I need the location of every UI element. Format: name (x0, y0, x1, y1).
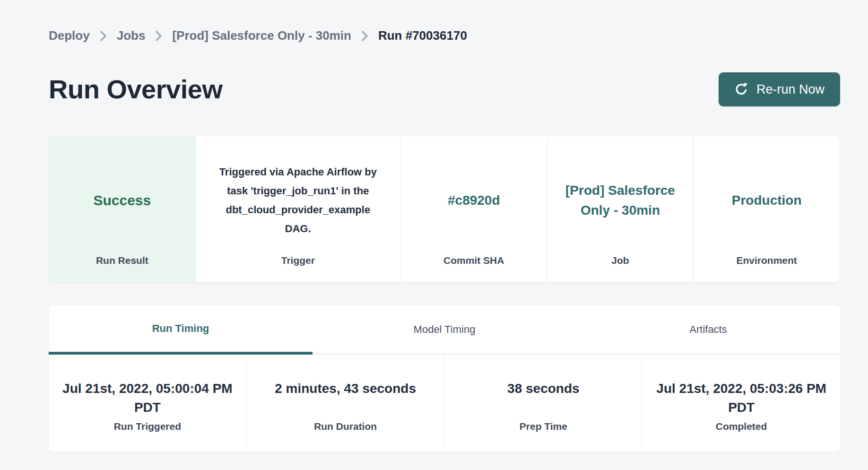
run-result-card: Success Run Result (49, 136, 195, 282)
run-result-value: Success (93, 192, 151, 209)
tab-artifacts[interactable]: Artifacts (576, 305, 840, 355)
breadcrumb-job-name[interactable]: [Prod] Salesforce Only - 30min (172, 28, 351, 43)
completed-cell: Jul 21st, 2022, 05:03:26 PM PDT Complete… (642, 355, 840, 452)
prep-time-cell: 38 seconds Prep Time (444, 355, 642, 452)
job-card: [Prod] Salesforce Only - 30min Job (547, 136, 694, 282)
chevron-right-icon (361, 30, 368, 42)
job-label: Job (611, 255, 629, 266)
completed-value: Jul 21st, 2022, 05:03:26 PM PDT (647, 379, 836, 417)
breadcrumb-deploy[interactable]: Deploy (49, 28, 90, 43)
page-header: Run Overview Re-run Now (49, 72, 840, 106)
environment-card: Production Environment (693, 136, 840, 282)
trigger-value: Triggered via Apache Airflow by task 'tr… (214, 163, 382, 238)
refresh-icon (734, 82, 748, 96)
run-triggered-value: Jul 21st, 2022, 05:00:04 PM PDT (53, 379, 242, 417)
run-overview-page: Deploy Jobs [Prod] Salesforce Only - 30m… (0, 0, 868, 452)
breadcrumb-jobs[interactable]: Jobs (117, 28, 146, 43)
breadcrumb-current-run: Run #70036170 (378, 28, 467, 43)
breadcrumb: Deploy Jobs [Prod] Salesforce Only - 30m… (49, 0, 840, 43)
prep-time-label: Prep Time (520, 421, 567, 432)
run-duration-label: Run Duration (314, 421, 377, 432)
run-details-tabs: Run Timing Model Timing Artifacts (49, 305, 840, 355)
run-duration-cell: 2 minutes, 43 seconds Run Duration (246, 355, 444, 452)
prep-time-value: 38 seconds (507, 379, 580, 417)
environment-label: Environment (737, 255, 797, 266)
completed-label: Completed (716, 421, 767, 432)
run-details-panel: Run Timing Model Timing Artifacts Jul 21… (49, 305, 840, 452)
commit-sha-link[interactable]: #c8920d (448, 191, 500, 210)
environment-link[interactable]: Production (732, 191, 802, 210)
page-title: Run Overview (49, 73, 222, 105)
commit-sha-label: Commit SHA (443, 255, 504, 266)
tab-run-timing[interactable]: Run Timing (49, 305, 312, 355)
trigger-label: Trigger (281, 255, 315, 266)
run-timing-row: Jul 21st, 2022, 05:00:04 PM PDT Run Trig… (49, 355, 840, 452)
run-triggered-label: Run Triggered (114, 421, 181, 432)
run-triggered-cell: Jul 21st, 2022, 05:00:04 PM PDT Run Trig… (49, 355, 246, 452)
trigger-card: Triggered via Apache Airflow by task 'tr… (195, 136, 400, 282)
rerun-now-button[interactable]: Re-run Now (719, 72, 840, 106)
chevron-right-icon (100, 30, 107, 42)
rerun-now-label: Re-run Now (756, 82, 825, 97)
run-summary-cards: Success Run Result Triggered via Apache … (49, 136, 840, 283)
job-link[interactable]: [Prod] Salesforce Only - 30min (561, 181, 679, 220)
run-duration-value: 2 minutes, 43 seconds (275, 379, 416, 417)
commit-sha-card: #c8920d Commit SHA (400, 136, 547, 282)
run-result-label: Run Result (96, 255, 148, 266)
tab-model-timing[interactable]: Model Timing (312, 305, 576, 355)
chevron-right-icon (155, 30, 162, 42)
